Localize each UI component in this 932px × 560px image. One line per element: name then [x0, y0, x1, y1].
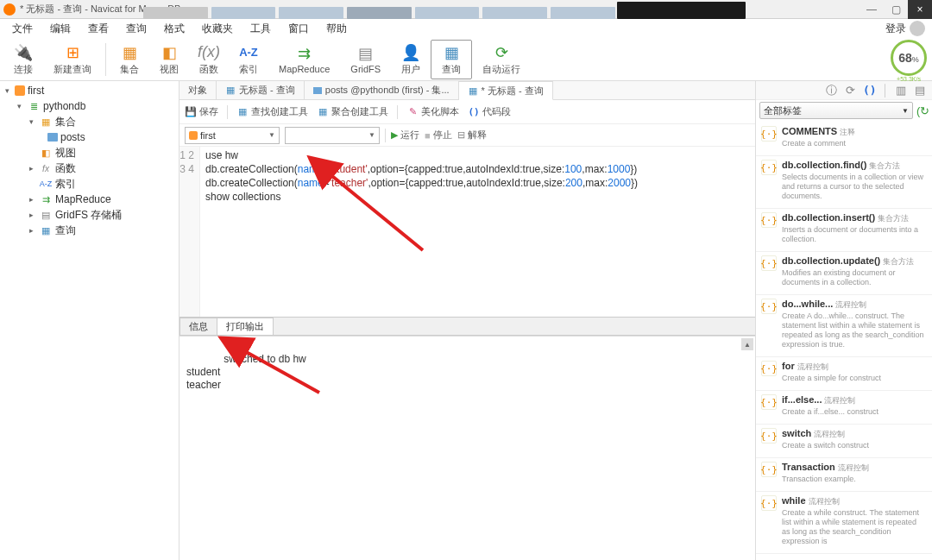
tab-objects[interactable]: 对象 [179, 81, 217, 100]
tree-conn-first[interactable]: ▾ first [2, 83, 177, 98]
run-button[interactable]: ▶运行 [391, 129, 419, 142]
table-icon [313, 87, 322, 94]
menu-view[interactable]: 查看 [79, 22, 117, 36]
expand-icon[interactable]: ▸ [26, 163, 36, 173]
explain-button[interactable]: ⊟解释 [457, 129, 487, 142]
database-combo[interactable]: ▼ [285, 127, 380, 144]
ribbon-view[interactable]: ◧ 视图 [149, 40, 189, 79]
tree-functions[interactable]: ▸ fx 函数 [2, 160, 177, 176]
expand-icon[interactable]: ▾ [14, 101, 24, 111]
thumb-2[interactable] [279, 7, 343, 19]
scroll-up-icon[interactable]: ▲ [741, 338, 753, 350]
brace-icon: {·} [761, 255, 777, 271]
snippet-item[interactable]: {·}for流程控制Create a simple for construct [756, 357, 932, 391]
menu-help[interactable]: 帮助 [318, 22, 356, 36]
history-icon[interactable]: ⟳ [844, 84, 858, 98]
tag-filter-combo[interactable]: 全部标签 ▼ [759, 102, 913, 119]
expand-icon[interactable]: ▸ [26, 194, 36, 204]
tab-untitled2[interactable]: ▦* 无标题 - 查询 [459, 81, 553, 100]
snippet-item[interactable]: {·}db.collection.find()集合方法Selects docum… [756, 156, 932, 209]
thumb-0[interactable] [143, 7, 208, 19]
save-button[interactable]: 💾保存 [185, 105, 218, 118]
thumb-dark[interactable] [617, 2, 746, 19]
snippet-item[interactable]: {·}if...else...流程控制Create a if...else...… [756, 391, 932, 425]
query-icon: ▦ [468, 85, 478, 96]
tree-queries[interactable]: ▸ ▦ 查询 [2, 223, 177, 238]
minimize-button[interactable]: — [860, 0, 884, 19]
title-bar: * 无标题 - 查询 - Navicat for MongoDB — ▢ × [0, 0, 932, 19]
ribbon-autorun[interactable]: ⟳ 自动运行 [472, 40, 531, 79]
info-icon[interactable]: ⓘ [825, 84, 839, 98]
menu-edit[interactable]: 编辑 [41, 22, 79, 36]
menu-favorites[interactable]: 收藏夹 [193, 22, 242, 36]
snippet-item[interactable]: {·}db.collection.insert()集合方法Inserts a d… [756, 209, 932, 252]
tab-untitled1[interactable]: ▦无标题 - 查询 [217, 81, 305, 100]
menu-query[interactable]: 查询 [117, 22, 155, 36]
expand-icon[interactable]: ▾ [26, 116, 36, 127]
find-builder-button[interactable]: ▦查找创建工具 [236, 105, 308, 118]
expand-icon[interactable]: ▾ [2, 85, 12, 96]
thumb-5[interactable] [482, 7, 547, 19]
plug-icon: 🔌 [14, 43, 33, 62]
save-icon: 💾 [185, 106, 197, 118]
ribbon-gridfs[interactable]: ▤ GridFS [340, 40, 391, 79]
ribbon-mapreduce[interactable]: ⇉ MapReduce [268, 40, 340, 79]
login-area[interactable]: 登录 [885, 21, 925, 36]
ribbon-user[interactable]: 👤 用户 [391, 40, 431, 79]
output-panel[interactable]: ▲switched to db hw student teacher [179, 336, 755, 560]
snippet-item[interactable]: {·}while流程控制Create a while construct. Th… [756, 492, 932, 554]
tree-posts[interactable]: posts [2, 129, 177, 145]
close-button[interactable]: × [908, 0, 932, 19]
code-editor[interactable]: 1 2 3 4 use hw db.createCollection(name=… [179, 147, 755, 317]
refresh-icon[interactable]: (↻ [916, 104, 929, 116]
thumb-4[interactable] [415, 7, 480, 19]
code-content[interactable]: use hw db.createCollection(name='student… [200, 147, 643, 317]
query-icon: ▦ [39, 224, 53, 236]
ribbon-newquery[interactable]: ⊞ 新建查询 [43, 40, 102, 79]
panel2-icon[interactable]: ▤ [913, 84, 927, 98]
app-icon [3, 3, 16, 16]
panel-icon[interactable]: ▥ [894, 84, 908, 98]
snippet-icon[interactable]: () [863, 84, 877, 98]
snippet-item[interactable]: {·}COMMENTS注释Create a comment [756, 123, 932, 156]
expand-icon[interactable]: ▸ [26, 225, 36, 236]
beautify-button[interactable]: ✎美化脚本 [406, 105, 459, 118]
ribbon-query[interactable]: ▦ 查询 [431, 40, 472, 79]
maximize-button[interactable]: ▢ [884, 0, 908, 19]
aggbuild-icon: ▦ [317, 106, 329, 118]
autorun-icon: ⟳ [492, 43, 511, 62]
snippet-item[interactable]: {·}db.collection.update()集合方法Modifies an… [756, 252, 932, 295]
ribbon-connect[interactable]: 🔌 连接 [3, 40, 43, 79]
tree-gridfs[interactable]: ▸ ▤ GridFS 存储桶 [2, 207, 177, 223]
tab-posts[interactable]: posts @pythondb (first) - 集... [305, 81, 459, 100]
tree-views[interactable]: ◧ 视图 [2, 145, 177, 160]
tree-collections[interactable]: ▾ ▦ 集合 [2, 114, 177, 129]
expand-icon[interactable]: ▸ [26, 210, 36, 220]
menu-file[interactable]: 文件 [3, 22, 41, 36]
connection-combo[interactable]: first ▼ [185, 127, 280, 144]
snippet-list[interactable]: {·}COMMENTS注释Create a comment{·}db.colle… [756, 121, 932, 560]
thumb-1[interactable] [211, 7, 276, 19]
tab-info[interactable]: 信息 [179, 318, 217, 335]
tree-mapreduce[interactable]: ▸ ⇉ MapReduce [2, 192, 177, 207]
agg-builder-button[interactable]: ▦聚合创建工具 [317, 105, 388, 118]
thumb-3[interactable] [347, 7, 412, 19]
tree-db-pythondb[interactable]: ▾ ≣ pythondb [2, 98, 177, 114]
menu-tools[interactable]: 工具 [242, 22, 280, 36]
ribbon-connect-label: 连接 [14, 63, 33, 76]
stop-button[interactable]: ■停止 [425, 129, 452, 142]
stop-icon: ■ [425, 130, 431, 141]
ribbon-function[interactable]: f(x) 函数 [189, 40, 229, 79]
menu-format[interactable]: 格式 [155, 22, 193, 36]
perf-gauge[interactable]: 68% +53.3K/s [891, 40, 927, 76]
snippet-item[interactable]: {·}do...while...流程控制Create A do...while.… [756, 295, 932, 357]
tree-indexes[interactable]: A-Z 索引 [2, 176, 177, 192]
snippet-button[interactable]: ()代码段 [468, 105, 511, 118]
snippet-item[interactable]: {·}switch流程控制Create a switch construct [756, 425, 932, 458]
tab-print-output[interactable]: 打印输出 [217, 318, 274, 335]
snippet-item[interactable]: {·}Transaction流程控制Transaction example. [756, 458, 932, 492]
ribbon-index[interactable]: A-Z 索引 [229, 40, 268, 79]
menu-window[interactable]: 窗口 [280, 22, 318, 36]
thumb-6[interactable] [551, 7, 615, 19]
ribbon-collection[interactable]: ▦ 集合 [110, 40, 149, 79]
